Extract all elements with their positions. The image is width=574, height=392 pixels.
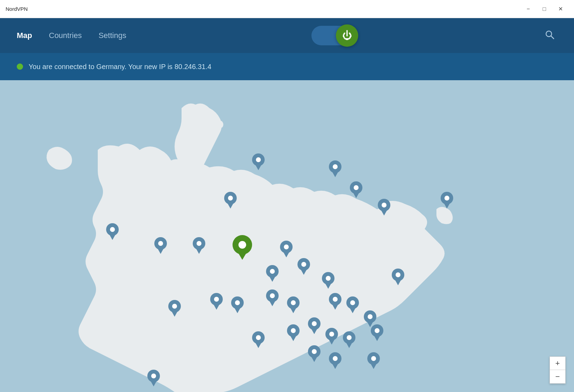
nav-settings[interactable]: Settings [98, 31, 126, 40]
power-knob: ⏻ [336, 24, 358, 47]
app-title: NordVPN [6, 6, 28, 12]
header: Map Countries Settings ⏻ You are connect… [0, 18, 574, 80]
svg-point-74 [291, 328, 296, 333]
svg-point-14 [256, 157, 261, 162]
svg-point-26 [444, 196, 449, 201]
svg-point-5 [110, 227, 115, 232]
svg-point-80 [329, 332, 334, 337]
svg-point-20 [354, 185, 359, 190]
svg-line-1 [551, 36, 554, 39]
map-svg [0, 80, 574, 392]
svg-point-92 [151, 374, 156, 378]
svg-point-11 [228, 196, 233, 201]
svg-point-38 [301, 262, 306, 267]
svg-point-83 [347, 335, 352, 340]
titlebar: NordVPN − □ ✕ [0, 0, 574, 18]
power-toggle-area: ⏻ [311, 26, 357, 45]
nav-map[interactable]: Map [17, 31, 32, 40]
status-bar: You are connected to Germany. Your new I… [0, 53, 574, 80]
nav-bar: Map Countries Settings ⏻ [0, 18, 574, 53]
svg-point-68 [350, 300, 355, 305]
connection-status-dot [17, 63, 23, 70]
svg-point-8 [158, 241, 163, 246]
svg-point-86 [312, 349, 317, 354]
svg-point-59 [270, 293, 275, 298]
svg-point-53 [235, 300, 240, 305]
svg-point-35 [284, 244, 289, 249]
svg-point-62 [291, 300, 296, 305]
svg-point-23 [382, 203, 387, 208]
svg-point-17 [333, 164, 338, 169]
svg-point-71 [256, 335, 261, 340]
svg-point-65 [333, 297, 338, 302]
svg-point-101 [371, 356, 376, 361]
nav-countries[interactable]: Countries [49, 31, 82, 40]
power-toggle[interactable]: ⏻ [311, 26, 357, 45]
svg-point-56 [172, 304, 177, 309]
search-button[interactable] [542, 30, 557, 42]
svg-point-47 [396, 272, 400, 277]
map-area[interactable]: + − [0, 80, 574, 392]
svg-point-89 [333, 356, 338, 361]
svg-point-95 [368, 314, 373, 319]
zoom-out-button[interactable]: − [550, 370, 565, 383]
search-icon [545, 30, 554, 39]
close-button[interactable]: ✕ [552, 3, 568, 15]
maximize-button[interactable]: □ [536, 3, 552, 15]
minimize-button[interactable]: − [520, 3, 536, 15]
zoom-in-button[interactable]: + [550, 357, 565, 370]
svg-point-32 [238, 241, 246, 249]
svg-point-98 [375, 328, 380, 333]
connection-status-text: You are connected to Germany. Your new I… [29, 63, 211, 71]
svg-point-77 [312, 321, 317, 326]
svg-point-41 [270, 269, 275, 274]
window-controls: − □ ✕ [520, 3, 568, 15]
svg-point-44 [326, 276, 331, 281]
svg-point-29 [197, 241, 201, 246]
zoom-controls: + − [550, 356, 566, 384]
power-icon: ⏻ [342, 31, 352, 40]
svg-point-50 [214, 297, 219, 302]
